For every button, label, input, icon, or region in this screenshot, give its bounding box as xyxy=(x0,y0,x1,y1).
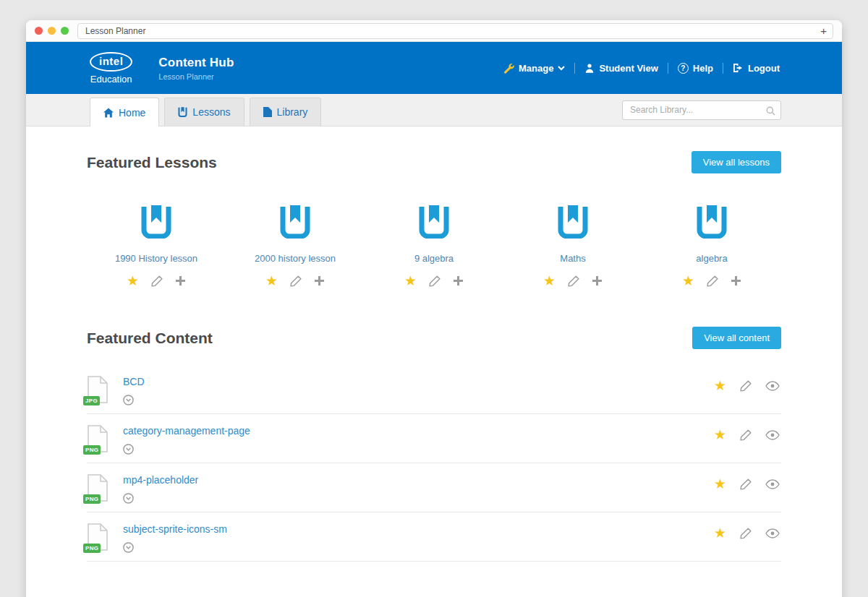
favorite-star-icon[interactable]: ★ xyxy=(714,477,726,491)
manage-menu[interactable]: Manage xyxy=(503,63,574,74)
lesson-card: Maths ★ xyxy=(503,205,642,288)
view-all-content-button[interactable]: View all content xyxy=(692,327,781,349)
expand-chevron-icon[interactable] xyxy=(123,542,227,553)
preview-eye-icon[interactable] xyxy=(765,528,780,538)
content-actions: ★ xyxy=(714,379,781,392)
window-controls xyxy=(35,27,69,35)
lesson-book-icon[interactable] xyxy=(557,205,589,241)
tab-home-label: Home xyxy=(119,107,145,119)
edit-pencil-icon[interactable] xyxy=(290,275,302,287)
content-row-main: mp4-placeholder xyxy=(123,473,198,504)
lesson-actions: ★ xyxy=(226,274,365,288)
lesson-actions: ★ xyxy=(365,274,503,288)
intel-education-logo: intel Education xyxy=(90,52,132,85)
content-title-link[interactable]: subject-sprite-icons-sm xyxy=(123,523,227,535)
expand-chevron-icon[interactable] xyxy=(123,444,250,455)
favorite-star-icon[interactable]: ★ xyxy=(127,274,139,288)
preview-eye-icon[interactable] xyxy=(765,430,780,440)
minimize-window-button[interactable] xyxy=(48,27,56,35)
help-menu[interactable]: ? Help xyxy=(668,63,723,74)
lesson-actions: ★ xyxy=(642,274,781,288)
app-title-block: Content Hub Lesson Planner xyxy=(158,56,234,81)
expand-chevron-icon[interactable] xyxy=(123,395,145,405)
featured-content-list: JPG BCD ★ xyxy=(87,365,781,562)
edit-pencil-icon[interactable] xyxy=(568,275,579,287)
add-plus-icon[interactable] xyxy=(453,275,464,286)
add-plus-icon[interactable] xyxy=(592,275,603,286)
content-title-link[interactable]: mp4-placeholder xyxy=(123,474,198,486)
add-plus-icon[interactable] xyxy=(314,275,325,286)
lesson-book-icon[interactable] xyxy=(279,205,311,241)
favorite-star-icon[interactable]: ★ xyxy=(543,274,556,288)
tab-library[interactable]: Library xyxy=(250,98,322,126)
edit-pencil-icon[interactable] xyxy=(151,275,163,287)
maximize-window-button[interactable] xyxy=(61,27,69,35)
intel-logo: intel xyxy=(90,52,132,72)
file-icon: JPG xyxy=(87,376,110,406)
featured-content-title: Featured Content xyxy=(87,330,213,347)
browser-tab[interactable]: Lesson Planner + xyxy=(77,23,833,39)
library-search xyxy=(622,100,781,120)
preview-eye-icon[interactable] xyxy=(765,381,780,391)
favorite-star-icon[interactable]: ★ xyxy=(714,379,726,392)
help-label: Help xyxy=(693,63,713,74)
tab-library-label: Library xyxy=(277,106,308,118)
manage-label: Manage xyxy=(519,63,553,74)
edit-pencil-icon[interactable] xyxy=(740,380,752,392)
tab-home[interactable]: Home xyxy=(90,98,159,126)
edit-pencil-icon[interactable] xyxy=(707,275,718,287)
file-icon: PNG xyxy=(87,523,110,554)
favorite-star-icon[interactable]: ★ xyxy=(265,274,278,288)
content-row: JPG BCD ★ xyxy=(87,365,781,414)
edit-pencil-icon[interactable] xyxy=(740,528,752,539)
intel-logo-education-label: Education xyxy=(90,74,132,85)
content-actions: ★ xyxy=(714,526,781,540)
lesson-actions: ★ xyxy=(503,274,642,288)
edit-pencil-icon[interactable] xyxy=(740,429,752,441)
preview-eye-icon[interactable] xyxy=(765,479,780,489)
content-row-main: category-management-page xyxy=(123,424,250,455)
featured-content-header: Featured Content View all content xyxy=(87,327,781,349)
lesson-title-link[interactable]: algebra xyxy=(642,253,781,264)
featured-lessons-grid: 1990 History lesson ★ 2000 history lesso… xyxy=(87,205,781,288)
library-file-icon xyxy=(263,107,272,117)
app-title: Content Hub xyxy=(158,56,234,70)
search-input[interactable] xyxy=(622,100,781,120)
lesson-title-link[interactable]: 9 algebra xyxy=(365,253,503,264)
file-type-badge: PNG xyxy=(83,544,101,553)
logout-menu[interactable]: Logout xyxy=(723,63,780,74)
lesson-card: algebra ★ xyxy=(642,205,781,288)
close-window-button[interactable] xyxy=(35,27,43,35)
header-menu: Manage Student View ? Help Logout xyxy=(503,63,780,74)
lessons-book-icon xyxy=(178,107,187,117)
main-content: Featured Lessons View all lessons 1990 H… xyxy=(26,126,842,597)
edit-pencil-icon[interactable] xyxy=(429,275,441,287)
add-plus-icon[interactable] xyxy=(731,275,741,286)
lesson-book-icon[interactable] xyxy=(418,205,450,241)
lesson-card: 9 algebra ★ xyxy=(365,205,503,288)
lesson-title-link[interactable]: 2000 history lesson xyxy=(226,253,365,264)
main-nav: Home Lessons Library xyxy=(26,94,842,126)
edit-pencil-icon[interactable] xyxy=(740,478,752,490)
content-title-link[interactable]: category-management-page xyxy=(123,425,250,437)
expand-chevron-icon[interactable] xyxy=(123,493,198,504)
app-window: Lesson Planner + intel Education Content… xyxy=(26,20,842,597)
favorite-star-icon[interactable]: ★ xyxy=(714,428,726,442)
lesson-book-icon[interactable] xyxy=(696,205,728,241)
add-plus-icon[interactable] xyxy=(175,275,186,286)
content-row: PNG subject-sprite-icons-sm ★ xyxy=(87,512,781,562)
lesson-title-link[interactable]: Maths xyxy=(503,253,642,264)
lesson-title-link[interactable]: 1990 History lesson xyxy=(87,253,226,264)
lesson-book-icon[interactable] xyxy=(140,205,172,241)
new-tab-button[interactable]: + xyxy=(820,25,827,36)
student-view-menu[interactable]: Student View xyxy=(574,63,667,74)
file-type-badge: PNG xyxy=(83,494,101,504)
view-all-lessons-button[interactable]: View all lessons xyxy=(692,151,781,173)
favorite-star-icon[interactable]: ★ xyxy=(714,526,726,540)
favorite-star-icon[interactable]: ★ xyxy=(682,274,694,288)
tab-lessons[interactable]: Lessons xyxy=(164,98,244,126)
logout-label: Logout xyxy=(748,63,780,74)
favorite-star-icon[interactable]: ★ xyxy=(404,274,417,288)
content-title-link[interactable]: BCD xyxy=(123,376,145,387)
content-row: PNG category-management-page ★ xyxy=(87,414,781,463)
